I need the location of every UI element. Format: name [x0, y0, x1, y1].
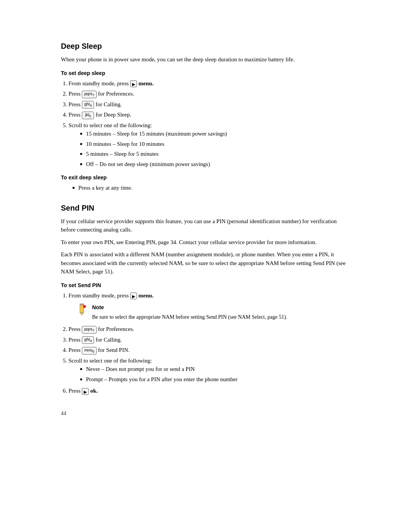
pencil-svg — [76, 304, 88, 317]
key-ghi4-label: ghi4 — [84, 101, 92, 109]
sp-key-pqrs7-label: pqrs7 — [84, 326, 94, 334]
arrow-icon: ▶ — [130, 80, 137, 87]
send-pin-step-2: Press pqrs7 for Preferences. — [68, 325, 350, 334]
step1-menu-label: menu. — [139, 80, 154, 86]
sp-step6-ok-label: ok. — [90, 388, 98, 394]
send-pin-step-1: From standby mode, press ▶ menu. — [68, 291, 350, 321]
page-number: 44 — [61, 411, 350, 417]
sp-ok-arrow-icon: ▶ — [82, 388, 89, 395]
to-set-deep-sleep-heading: To set deep sleep — [61, 70, 350, 76]
step2-press-label: Press — [68, 91, 81, 97]
send-pin-step-3: Press ghi4 for Calling. — [68, 335, 350, 344]
exit-step-1: Press a key at any time. — [72, 184, 350, 192]
to-exit-deep-sleep-heading: To exit deep sleep — [61, 174, 350, 181]
key-jkl5-label: jkl5 — [85, 112, 91, 119]
svg-marker-2 — [81, 314, 83, 316]
svg-rect-3 — [80, 304, 84, 305]
sp-key-mno6: mno6 — [82, 347, 96, 355]
exit-deep-sleep-list: Press a key at any time. — [72, 184, 350, 192]
step3-press-label: Press — [68, 101, 81, 107]
sp-step6-press: Press — [68, 388, 81, 394]
deep-sleep-options-list: 15 minutes – Sleep for 15 minutes (maxim… — [80, 129, 350, 168]
deep-sleep-option-3: 5 minutes – Sleep for 5 minutes — [80, 150, 350, 158]
send-pin-step-5: Scroll to select one of the following: N… — [68, 356, 350, 384]
step2-suffix: for Preferences. — [98, 91, 134, 97]
sp-step4-press: Press — [68, 347, 81, 353]
sp-ok-button-icon: ▶ — [82, 388, 89, 395]
sp-step4-suffix: for Send PIN. — [98, 347, 130, 353]
deep-sleep-step-3: Press ghi4 for Calling. — [68, 100, 350, 109]
sp-step5-scroll: Scroll to select one of the following: — [68, 358, 152, 364]
deep-sleep-step-1: From standby mode, press ▶ menu. — [68, 79, 350, 88]
note-content: Note Be sure to select the appropriate N… — [92, 304, 350, 321]
send-pin-step-6: Press ▶ ok. — [68, 387, 350, 395]
key-pqrs7-label: pqrs7 — [84, 91, 94, 98]
note-pencil-icon — [76, 304, 88, 320]
svg-point-5 — [83, 305, 86, 308]
step3-suffix: for Calling. — [96, 101, 122, 107]
note-title: Note — [92, 304, 350, 312]
sp-step2-suffix: for Preferences. — [98, 326, 134, 332]
send-pin-options-list: Never – Does not prompt you for or send … — [80, 365, 350, 383]
step5-scroll-label: Scroll to select one of the following: — [68, 122, 152, 128]
sp-key-mno6-label: mno6 — [84, 347, 94, 355]
deep-sleep-intro: When your phone is in power save mode, y… — [61, 55, 350, 64]
key-pqrs7: pqrs7 — [82, 91, 96, 98]
sp-step3-suffix: for Calling. — [96, 337, 122, 343]
deep-sleep-step-4: Press jkl5 for Deep Sleep. — [68, 110, 350, 119]
send-pin-steps-list: From standby mode, press ▶ menu. — [68, 291, 350, 395]
step4-suffix: for Deep Sleep. — [96, 112, 131, 118]
deep-sleep-step-2: Press pqrs7 for Preferences. — [68, 89, 350, 98]
sp-step2-press: Press — [68, 326, 81, 332]
deep-sleep-title: Deep Sleep — [61, 42, 350, 51]
sp-key-ghi4-label: ghi4 — [84, 336, 92, 344]
deep-sleep-option-2: 10 minutes – Sleep for 10 minutes — [80, 140, 350, 149]
svg-rect-0 — [80, 304, 84, 313]
send-pin-para3: Each PIN is associated with a different … — [61, 250, 350, 276]
sp-key-ghi4: ghi4 — [82, 336, 94, 344]
send-pin-step-4: Press mno6 for Send PIN. — [68, 346, 350, 355]
note-text: Be sure to select the appropriate NAM be… — [92, 313, 350, 321]
deep-sleep-option-4: Off – Do not set deep sleep (minimum pow… — [80, 160, 350, 169]
sp-step3-press: Press — [68, 337, 81, 343]
sp-arrow-icon: ▶ — [130, 292, 137, 299]
deep-sleep-option-1: 15 minutes – Sleep for 15 minutes (maxim… — [80, 129, 350, 138]
sp-step1-text: From standby mode, press — [68, 292, 129, 299]
deep-sleep-step-5: Scroll to select one of the following: 1… — [68, 121, 350, 169]
page-content: Deep Sleep When your phone is in power s… — [61, 42, 350, 417]
step1-text: From standby mode, press — [68, 80, 129, 86]
to-set-send-pin-heading: To set Send PIN — [61, 282, 350, 288]
send-pin-title: Send PIN — [61, 204, 350, 212]
key-jkl5: jkl5 — [82, 112, 94, 119]
sp-key-pqrs7: pqrs7 — [82, 326, 96, 334]
send-pin-para1: If your cellular service provider suppor… — [61, 217, 350, 234]
key-ghi4: ghi4 — [82, 101, 94, 109]
note-box: Note Be sure to select the appropriate N… — [76, 304, 350, 321]
sp-step1-menu-label: menu. — [139, 292, 154, 299]
send-pin-para2: To enter your own PIN, see Entering PIN,… — [61, 238, 350, 247]
menu-button-icon: ▶ — [130, 80, 137, 87]
step4-press-label: Press — [68, 112, 81, 118]
sp-menu-button-icon: ▶ — [130, 292, 137, 299]
send-pin-option-2: Prompt – Prompts you for a PIN after you… — [80, 375, 350, 384]
deep-sleep-steps-list: From standby mode, press ▶ menu. Press p… — [68, 79, 350, 169]
send-pin-option-1: Never – Does not prompt you for or send … — [80, 365, 350, 374]
